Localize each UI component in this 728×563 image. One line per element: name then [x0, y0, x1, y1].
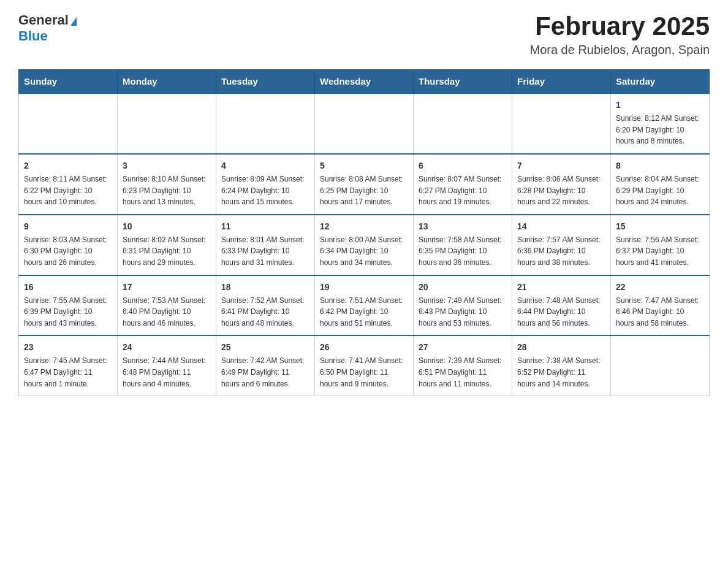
calendar-table: Sunday Monday Tuesday Wednesday Thursday…: [18, 69, 710, 396]
col-monday: Monday: [118, 70, 216, 94]
day-number: 6: [419, 159, 507, 172]
day-number: 8: [616, 159, 704, 172]
day-info: Sunrise: 7:39 AM Sunset: 6:51 PM Dayligh…: [419, 355, 507, 389]
day-info: Sunrise: 8:11 AM Sunset: 6:22 PM Dayligh…: [24, 174, 112, 208]
col-thursday: Thursday: [414, 70, 512, 94]
calendar-cell: 27Sunrise: 7:39 AM Sunset: 6:51 PM Dayli…: [414, 335, 512, 396]
calendar-cell: 14Sunrise: 7:57 AM Sunset: 6:36 PM Dayli…: [512, 215, 611, 275]
day-info: Sunrise: 8:12 AM Sunset: 6:20 PM Dayligh…: [616, 113, 704, 147]
day-number: 7: [517, 159, 605, 172]
calendar-cell: [414, 93, 512, 154]
day-info: Sunrise: 7:38 AM Sunset: 6:52 PM Dayligh…: [517, 355, 605, 389]
calendar-cell: 15Sunrise: 7:56 AM Sunset: 6:37 PM Dayli…: [611, 215, 710, 275]
logo-general-text: General: [18, 12, 69, 28]
calendar-cell: [315, 93, 414, 154]
day-number: 4: [221, 159, 309, 172]
day-number: 14: [517, 220, 605, 233]
calendar-cell: [216, 93, 315, 154]
calendar-cell: [512, 93, 611, 154]
calendar-cell: 22Sunrise: 7:47 AM Sunset: 6:46 PM Dayli…: [611, 275, 710, 336]
day-info: Sunrise: 8:03 AM Sunset: 6:30 PM Dayligh…: [24, 234, 112, 269]
day-info: Sunrise: 7:56 AM Sunset: 6:37 PM Dayligh…: [616, 234, 704, 269]
day-info: Sunrise: 8:04 AM Sunset: 6:29 PM Dayligh…: [616, 174, 704, 208]
day-number: 16: [24, 281, 112, 294]
day-number: 18: [221, 281, 309, 294]
calendar-cell: 1Sunrise: 8:12 AM Sunset: 6:20 PM Daylig…: [611, 93, 710, 154]
day-number: 26: [320, 341, 408, 354]
calendar-cell: 12Sunrise: 8:00 AM Sunset: 6:34 PM Dayli…: [315, 215, 414, 275]
calendar-cell: 16Sunrise: 7:55 AM Sunset: 6:39 PM Dayli…: [19, 275, 118, 336]
day-number: 9: [24, 220, 112, 233]
day-info: Sunrise: 8:00 AM Sunset: 6:34 PM Dayligh…: [320, 234, 408, 269]
calendar-cell: 17Sunrise: 7:53 AM Sunset: 6:40 PM Dayli…: [118, 275, 216, 336]
day-info: Sunrise: 8:09 AM Sunset: 6:24 PM Dayligh…: [221, 174, 309, 208]
day-info: Sunrise: 7:51 AM Sunset: 6:42 PM Dayligh…: [320, 295, 408, 329]
day-info: Sunrise: 7:57 AM Sunset: 6:36 PM Dayligh…: [517, 234, 605, 269]
day-number: 21: [517, 281, 605, 294]
calendar-cell: 24Sunrise: 7:44 AM Sunset: 6:48 PM Dayli…: [118, 335, 216, 396]
calendar-cell: 23Sunrise: 7:45 AM Sunset: 6:47 PM Dayli…: [19, 335, 118, 396]
calendar-week-row: 2Sunrise: 8:11 AM Sunset: 6:22 PM Daylig…: [19, 154, 710, 215]
calendar-cell: 2Sunrise: 8:11 AM Sunset: 6:22 PM Daylig…: [19, 154, 118, 215]
day-info: Sunrise: 7:41 AM Sunset: 6:50 PM Dayligh…: [320, 355, 408, 389]
page-header: General Blue February 2025 Mora de Rubie…: [18, 12, 710, 57]
calendar-cell: [118, 93, 216, 154]
day-number: 27: [419, 341, 507, 354]
calendar-cell: [611, 335, 710, 396]
day-info: Sunrise: 7:53 AM Sunset: 6:40 PM Dayligh…: [123, 295, 211, 329]
day-info: Sunrise: 7:44 AM Sunset: 6:48 PM Dayligh…: [123, 355, 211, 389]
calendar-week-row: 1Sunrise: 8:12 AM Sunset: 6:20 PM Daylig…: [19, 93, 710, 154]
day-number: 20: [419, 281, 507, 294]
day-info: Sunrise: 7:55 AM Sunset: 6:39 PM Dayligh…: [24, 295, 112, 329]
day-number: 10: [123, 220, 211, 233]
day-info: Sunrise: 8:06 AM Sunset: 6:28 PM Dayligh…: [517, 174, 605, 208]
calendar-week-row: 16Sunrise: 7:55 AM Sunset: 6:39 PM Dayli…: [19, 275, 710, 336]
calendar-cell: 7Sunrise: 8:06 AM Sunset: 6:28 PM Daylig…: [512, 154, 611, 215]
day-info: Sunrise: 7:58 AM Sunset: 6:35 PM Dayligh…: [419, 234, 507, 269]
calendar-cell: 8Sunrise: 8:04 AM Sunset: 6:29 PM Daylig…: [611, 154, 710, 215]
day-number: 19: [320, 281, 408, 294]
day-number: 24: [123, 341, 211, 354]
col-wednesday: Wednesday: [315, 70, 414, 94]
day-info: Sunrise: 8:01 AM Sunset: 6:33 PM Dayligh…: [221, 234, 309, 269]
day-number: 1: [616, 99, 704, 112]
day-number: 12: [320, 220, 408, 233]
calendar-cell: 19Sunrise: 7:51 AM Sunset: 6:42 PM Dayli…: [315, 275, 414, 336]
page-subtitle: Mora de Rubielos, Aragon, Spain: [529, 43, 710, 57]
calendar-cell: 11Sunrise: 8:01 AM Sunset: 6:33 PM Dayli…: [216, 215, 315, 275]
calendar-header-row: Sunday Monday Tuesday Wednesday Thursday…: [19, 70, 710, 94]
day-info: Sunrise: 8:07 AM Sunset: 6:27 PM Dayligh…: [419, 174, 507, 208]
col-sunday: Sunday: [19, 70, 118, 94]
day-info: Sunrise: 7:49 AM Sunset: 6:43 PM Dayligh…: [419, 295, 507, 329]
title-block: February 2025 Mora de Rubielos, Aragon, …: [529, 12, 710, 57]
calendar-cell: 21Sunrise: 7:48 AM Sunset: 6:44 PM Dayli…: [512, 275, 611, 336]
day-number: 23: [24, 341, 112, 354]
day-number: 28: [517, 341, 605, 354]
calendar-cell: 3Sunrise: 8:10 AM Sunset: 6:23 PM Daylig…: [118, 154, 216, 215]
col-friday: Friday: [512, 70, 611, 94]
calendar-cell: [19, 93, 118, 154]
day-info: Sunrise: 7:52 AM Sunset: 6:41 PM Dayligh…: [221, 295, 309, 329]
day-info: Sunrise: 8:02 AM Sunset: 6:31 PM Dayligh…: [123, 234, 211, 269]
calendar-cell: 10Sunrise: 8:02 AM Sunset: 6:31 PM Dayli…: [118, 215, 216, 275]
calendar-cell: 5Sunrise: 8:08 AM Sunset: 6:25 PM Daylig…: [315, 154, 414, 215]
day-info: Sunrise: 7:45 AM Sunset: 6:47 PM Dayligh…: [24, 355, 112, 389]
calendar-cell: 28Sunrise: 7:38 AM Sunset: 6:52 PM Dayli…: [512, 335, 611, 396]
calendar-cell: 26Sunrise: 7:41 AM Sunset: 6:50 PM Dayli…: [315, 335, 414, 396]
col-saturday: Saturday: [611, 70, 710, 94]
col-tuesday: Tuesday: [216, 70, 315, 94]
day-number: 5: [320, 159, 408, 172]
day-number: 3: [123, 159, 211, 172]
day-number: 13: [419, 220, 507, 233]
day-number: 11: [221, 220, 309, 233]
page-title: February 2025: [529, 12, 710, 40]
logo-triangle-icon: [70, 17, 77, 26]
day-number: 17: [123, 281, 211, 294]
calendar-cell: 25Sunrise: 7:42 AM Sunset: 6:49 PM Dayli…: [216, 335, 315, 396]
calendar-cell: 20Sunrise: 7:49 AM Sunset: 6:43 PM Dayli…: [414, 275, 512, 336]
calendar-cell: 4Sunrise: 8:09 AM Sunset: 6:24 PM Daylig…: [216, 154, 315, 215]
calendar-cell: 6Sunrise: 8:07 AM Sunset: 6:27 PM Daylig…: [414, 154, 512, 215]
day-info: Sunrise: 8:10 AM Sunset: 6:23 PM Dayligh…: [123, 174, 211, 208]
day-number: 25: [221, 341, 309, 354]
day-info: Sunrise: 8:08 AM Sunset: 6:25 PM Dayligh…: [320, 174, 408, 208]
